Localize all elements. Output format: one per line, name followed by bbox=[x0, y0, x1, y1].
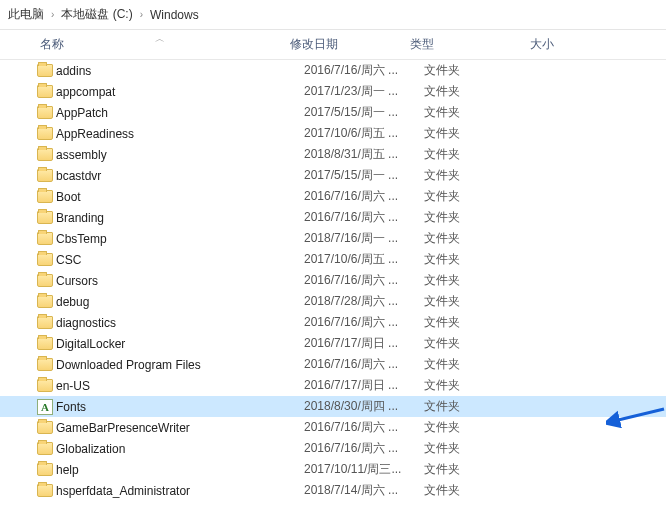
file-name: AppReadiness bbox=[56, 127, 304, 141]
file-date: 2016/7/16/周六 ... bbox=[304, 272, 424, 289]
file-type: 文件夹 bbox=[424, 251, 544, 268]
file-name: hsperfdata_Administrator bbox=[56, 484, 304, 498]
folder-icon bbox=[34, 484, 56, 497]
file-row[interactable]: addins2016/7/16/周六 ...文件夹 bbox=[0, 60, 666, 81]
file-type: 文件夹 bbox=[424, 377, 544, 394]
file-date: 2016/7/16/周六 ... bbox=[304, 209, 424, 226]
folder-icon bbox=[34, 253, 56, 266]
sort-indicator-icon: ︿ bbox=[155, 32, 165, 46]
file-type: 文件夹 bbox=[424, 188, 544, 205]
folder-icon bbox=[34, 211, 56, 224]
column-header-date[interactable]: 修改日期 bbox=[290, 36, 410, 53]
file-type: 文件夹 bbox=[424, 461, 544, 478]
file-type: 文件夹 bbox=[424, 104, 544, 121]
file-date: 2016/7/16/周六 ... bbox=[304, 188, 424, 205]
file-date: 2017/5/15/周一 ... bbox=[304, 104, 424, 121]
folder-icon bbox=[34, 421, 56, 434]
folder-icon bbox=[34, 232, 56, 245]
folder-icon bbox=[34, 274, 56, 287]
file-row[interactable]: CSC2017/10/6/周五 ...文件夹 bbox=[0, 249, 666, 270]
column-headers: ︿ 名称 修改日期 类型 大小 bbox=[0, 30, 666, 60]
file-type: 文件夹 bbox=[424, 398, 544, 415]
breadcrumb-part[interactable]: Windows bbox=[150, 8, 199, 22]
file-row[interactable]: GameBarPresenceWriter2016/7/16/周六 ...文件夹 bbox=[0, 417, 666, 438]
file-name: addins bbox=[56, 64, 304, 78]
file-date: 2016/7/16/周六 ... bbox=[304, 62, 424, 79]
file-row[interactable]: Cursors2016/7/16/周六 ...文件夹 bbox=[0, 270, 666, 291]
file-type: 文件夹 bbox=[424, 62, 544, 79]
file-row[interactable]: help2017/10/11/周三...文件夹 bbox=[0, 459, 666, 480]
file-row[interactable]: bcastdvr2017/5/15/周一 ...文件夹 bbox=[0, 165, 666, 186]
file-name: en-US bbox=[56, 379, 304, 393]
file-name: DigitalLocker bbox=[56, 337, 304, 351]
folder-icon bbox=[34, 463, 56, 476]
file-row[interactable]: debug2018/7/28/周六 ...文件夹 bbox=[0, 291, 666, 312]
file-type: 文件夹 bbox=[424, 314, 544, 331]
file-date: 2016/7/17/周日 ... bbox=[304, 335, 424, 352]
file-row[interactable]: appcompat2017/1/23/周一 ...文件夹 bbox=[0, 81, 666, 102]
column-header-size[interactable]: 大小 bbox=[530, 36, 610, 53]
file-name: CbsTemp bbox=[56, 232, 304, 246]
file-row[interactable]: hsperfdata_Administrator2018/7/14/周六 ...… bbox=[0, 480, 666, 501]
file-name: bcastdvr bbox=[56, 169, 304, 183]
file-type: 文件夹 bbox=[424, 482, 544, 499]
folder-icon bbox=[34, 64, 56, 77]
file-row[interactable]: assembly2018/8/31/周五 ...文件夹 bbox=[0, 144, 666, 165]
breadcrumb-part[interactable]: 本地磁盘 (C:) bbox=[61, 6, 132, 23]
file-name: GameBarPresenceWriter bbox=[56, 421, 304, 435]
file-row[interactable]: AppReadiness2017/10/6/周五 ...文件夹 bbox=[0, 123, 666, 144]
file-name: Downloaded Program Files bbox=[56, 358, 304, 372]
file-type: 文件夹 bbox=[424, 293, 544, 310]
file-name: AppPatch bbox=[56, 106, 304, 120]
file-date: 2016/7/17/周日 ... bbox=[304, 377, 424, 394]
file-date: 2017/5/15/周一 ... bbox=[304, 167, 424, 184]
chevron-right-icon: › bbox=[48, 9, 57, 20]
breadcrumb[interactable]: 此电脑 › 本地磁盘 (C:) › Windows bbox=[0, 0, 666, 30]
file-type: 文件夹 bbox=[424, 167, 544, 184]
column-header-type[interactable]: 类型 bbox=[410, 36, 530, 53]
file-row[interactable]: en-US2016/7/17/周日 ...文件夹 bbox=[0, 375, 666, 396]
file-name: diagnostics bbox=[56, 316, 304, 330]
file-type: 文件夹 bbox=[424, 125, 544, 142]
folder-icon bbox=[34, 127, 56, 140]
file-row[interactable]: CbsTemp2018/7/16/周一 ...文件夹 bbox=[0, 228, 666, 249]
file-type: 文件夹 bbox=[424, 440, 544, 457]
folder-icon bbox=[34, 316, 56, 329]
file-type: 文件夹 bbox=[424, 335, 544, 352]
folder-icon bbox=[34, 148, 56, 161]
file-type: 文件夹 bbox=[424, 146, 544, 163]
folder-icon bbox=[34, 295, 56, 308]
file-date: 2017/10/11/周三... bbox=[304, 461, 424, 478]
folder-icon bbox=[34, 106, 56, 119]
file-type: 文件夹 bbox=[424, 209, 544, 226]
file-date: 2016/7/16/周六 ... bbox=[304, 419, 424, 436]
file-name: Globalization bbox=[56, 442, 304, 456]
file-row[interactable]: Branding2016/7/16/周六 ...文件夹 bbox=[0, 207, 666, 228]
file-date: 2016/7/16/周六 ... bbox=[304, 440, 424, 457]
folder-icon bbox=[34, 337, 56, 350]
file-date: 2017/1/23/周一 ... bbox=[304, 83, 424, 100]
file-row[interactable]: AFonts2018/8/30/周四 ...文件夹 bbox=[0, 396, 666, 417]
file-row[interactable]: diagnostics2016/7/16/周六 ...文件夹 bbox=[0, 312, 666, 333]
chevron-right-icon: › bbox=[137, 9, 146, 20]
breadcrumb-part[interactable]: 此电脑 bbox=[8, 6, 44, 23]
file-row[interactable]: DigitalLocker2016/7/17/周日 ...文件夹 bbox=[0, 333, 666, 354]
folder-icon bbox=[34, 190, 56, 203]
file-name: debug bbox=[56, 295, 304, 309]
file-date: 2016/7/16/周六 ... bbox=[304, 356, 424, 373]
file-row[interactable]: AppPatch2017/5/15/周一 ...文件夹 bbox=[0, 102, 666, 123]
file-name: Cursors bbox=[56, 274, 304, 288]
file-name: Fonts bbox=[56, 400, 304, 414]
file-row[interactable]: Downloaded Program Files2016/7/16/周六 ...… bbox=[0, 354, 666, 375]
file-date: 2018/8/30/周四 ... bbox=[304, 398, 424, 415]
file-type: 文件夹 bbox=[424, 83, 544, 100]
file-name: help bbox=[56, 463, 304, 477]
file-date: 2017/10/6/周五 ... bbox=[304, 251, 424, 268]
column-header-name[interactable]: 名称 bbox=[40, 36, 290, 53]
file-type: 文件夹 bbox=[424, 230, 544, 247]
file-type: 文件夹 bbox=[424, 356, 544, 373]
file-row[interactable]: Globalization2016/7/16/周六 ...文件夹 bbox=[0, 438, 666, 459]
file-date: 2018/8/31/周五 ... bbox=[304, 146, 424, 163]
file-row[interactable]: Boot2016/7/16/周六 ...文件夹 bbox=[0, 186, 666, 207]
folder-icon bbox=[34, 169, 56, 182]
